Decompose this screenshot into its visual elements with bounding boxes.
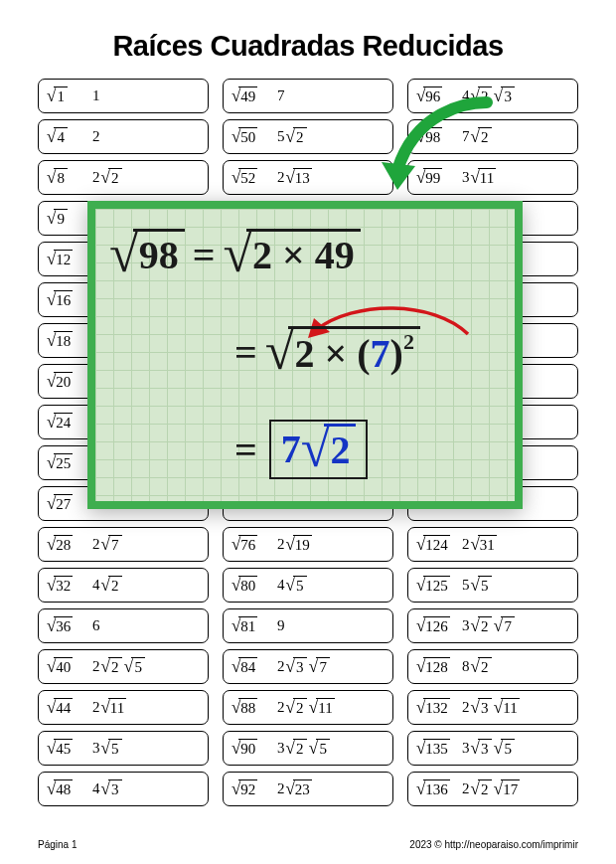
table-row: √1263√2√7 [407,608,578,643]
table-row: √842√3√7 [223,649,393,684]
page-footer: Página 1 2023 © http://neoparaiso.com/im… [38,839,578,850]
worksheet-page: Raíces Cuadradas Reducidas √11√42√82√2√9… [0,0,616,864]
table-row: √522√13 [223,160,393,195]
table-row: √497 [223,79,393,113]
table-row: √1322√3√11 [407,690,578,725]
table-row: √1353√3√5 [407,731,578,766]
table-row: √804√5 [223,568,393,603]
table-row: √11 [38,79,209,113]
footer-page-number: Página 1 [38,839,77,850]
table-row: √442√11 [38,690,209,725]
table-row: √1242√31 [407,527,578,562]
table-row: √903√2√5 [223,731,393,766]
table-row: √82√2 [38,160,209,195]
example-line-1: √98 = √2 × 49 [109,229,361,280]
table-row: √1362√2√17 [407,772,578,806]
page-title: Raíces Cuadradas Reducidas [38,30,578,63]
table-row: √324√2 [38,568,209,603]
table-row: √964√2√3 [407,79,578,113]
table-row: √505√2 [223,119,393,154]
table-row: √1255√5 [407,568,578,603]
table-row: √993√11 [407,160,578,195]
table-row: √282√7 [38,527,209,562]
example-line-2: = √2 × (7)2 [234,326,420,379]
footer-copyright: 2023 © http://neoparaiso.com/imprimir [409,839,578,850]
table-row: √42 [38,119,209,154]
table-row: √453√5 [38,731,209,766]
table-row: √819 [223,608,393,643]
table-row: √987√2 [407,119,578,154]
table-row: √366 [38,608,209,643]
table-row: √882√2√11 [223,690,393,725]
table-row: √402√2√5 [38,649,209,684]
example-overlay: √98 = √2 × 49 = √2 × (7)2 = 7√2 [87,201,523,509]
example-result: = 7√2 [234,420,368,479]
table-row: √762√19 [223,527,393,562]
table-row: √484√3 [38,772,209,806]
table-row: √922√23 [223,772,393,806]
table-row: √1288√2 [407,649,578,684]
